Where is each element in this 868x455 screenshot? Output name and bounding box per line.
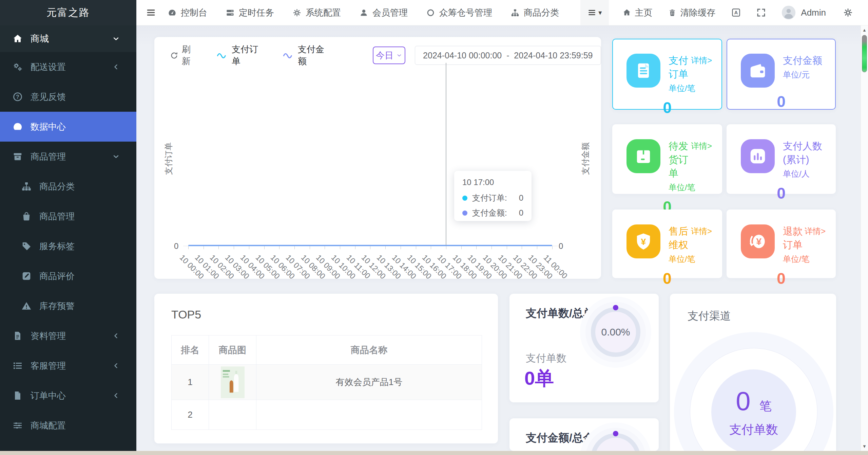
topnav-item-2[interactable]: 系统配置: [292, 7, 341, 19]
detail-link[interactable]: 详情>: [691, 139, 712, 151]
nav-menu-dropdown[interactable]: ▾: [580, 0, 609, 25]
sidebar-item-label: 资料管理: [31, 330, 66, 342]
topnav-item-5[interactable]: 商品分类: [510, 7, 559, 19]
sidebar-item-8[interactable]: 商品评价: [0, 261, 136, 291]
stat-card-3[interactable]: 支付人数(累计)单位/人0: [727, 124, 836, 194]
sidebar-item-label: 订单中心: [31, 390, 66, 402]
tooltip-row: 支付金额: 0: [462, 207, 523, 218]
detail-link[interactable]: 详情>: [805, 224, 826, 237]
user-menu[interactable]: Admin: [781, 5, 826, 20]
stat-value: 0: [727, 92, 835, 111]
stat-card-2[interactable]: 待发货订单详情>单位/笔0: [612, 124, 722, 194]
legend-item-1[interactable]: 支付金额: [282, 43, 333, 67]
archive-icon: [12, 151, 23, 162]
refresh-button[interactable]: 刷新: [170, 43, 199, 67]
sidebar-item-12[interactable]: 订单中心: [0, 381, 136, 411]
channel-donut[interactable]: 0 笔 支付单数: [711, 369, 796, 451]
pay-amount-ratio-card: 支付金额/总金额: [509, 418, 659, 451]
topnav-right: ▾ 主页 清除缓存 A Admin: [580, 0, 868, 25]
chart-crosshair: [446, 63, 446, 245]
top-navbar: 控制台定时任务系统配置会员管理众筹仓号管理商品分类 ▾ 主页 清除缓存 A Ad…: [136, 0, 868, 25]
sidebar-item-6[interactable]: 商品管理: [0, 201, 136, 231]
wave-icon: [215, 51, 228, 59]
tooltip-value: 0: [519, 193, 523, 203]
scroll-down-icon[interactable]: ▼: [861, 444, 868, 449]
channel-value: 0: [736, 386, 750, 417]
circle-icon: [426, 8, 435, 17]
ratio-label: 支付单数: [526, 351, 566, 365]
sidebar-item-1[interactable]: 配送设置: [0, 52, 136, 82]
chevron-down-icon: [112, 152, 120, 161]
home-icon: [622, 8, 631, 17]
home-link[interactable]: 主页: [622, 7, 652, 19]
sitemap-icon: [510, 8, 520, 17]
sidebar-item-11[interactable]: 客服管理: [0, 351, 136, 381]
scroll-up-icon[interactable]: ▲: [861, 28, 868, 33]
series-dot-icon: [462, 211, 467, 216]
topnav-item-label: 商品分类: [524, 7, 559, 19]
stat-card-4[interactable]: ¥售后维权详情>单位/笔0: [612, 210, 722, 278]
sidebar-toggle-icon[interactable]: [146, 7, 156, 18]
stat-card-5[interactable]: ¥退款订单详情>单位/笔0: [727, 210, 836, 278]
topnav-item-3[interactable]: 会员管理: [359, 7, 408, 19]
pay-orders-ratio-card: 支付单数/总单数 0.00% 支付单数 0单: [509, 294, 659, 402]
sidebar-menu: 商城配送设置?意见反馈数据中心商品管理商品分类商品管理服务标签商品评价库存预警资…: [0, 25, 136, 440]
detail-link[interactable]: 详情>: [691, 54, 712, 66]
table-row[interactable]: 2: [172, 400, 482, 430]
chevron-left-icon: [112, 63, 120, 71]
refresh-label: 刷新: [182, 43, 199, 67]
sidebar-item-3[interactable]: 数据中心: [0, 112, 136, 142]
brand-logo[interactable]: 元富之路: [0, 0, 136, 25]
date-range-select[interactable]: 今日: [373, 47, 405, 64]
table-row[interactable]: 1有效会员产品1号: [172, 365, 482, 400]
settings-gear-icon[interactable]: [843, 7, 853, 18]
topnav-item-1[interactable]: 定时任务: [226, 7, 274, 19]
sidebar-item-7[interactable]: 服务标签: [0, 231, 136, 261]
sidebar-item-4[interactable]: 商品管理: [0, 142, 136, 171]
y-tick-right: 0: [559, 241, 563, 251]
sidebar-item-9[interactable]: 库存预警: [0, 291, 136, 321]
brand-text: 元富之路: [46, 6, 90, 20]
gauge-percent: 0.00%: [601, 326, 630, 338]
chart-legend: 支付订单支付金额: [215, 43, 333, 67]
sitemap-icon: [21, 181, 32, 192]
clear-cache-link[interactable]: 清除缓存: [668, 7, 715, 19]
channel-unit: 笔: [759, 398, 772, 415]
stat-title: 支付订单: [669, 54, 691, 81]
stat-unit: 单位/笔: [669, 83, 712, 94]
sidebar-item-2[interactable]: ?意见反馈: [0, 82, 136, 112]
stat-unit: 单位/元: [783, 69, 826, 80]
stat-title: 支付人数(累计): [783, 139, 826, 166]
legend-label: 支付订单: [232, 43, 267, 67]
chart-plot-area[interactable]: 支付订单 支付金额 0 0 10 00:0010 01:0010 02:0010…: [154, 66, 601, 279]
parcel-icon: [626, 139, 660, 173]
payment-channel-card: 支付渠道 0 笔 支付单数: [670, 294, 836, 451]
vertical-scrollbar[interactable]: ▲ ▼: [861, 25, 868, 451]
edit-icon: [21, 271, 32, 281]
stat-title: 支付金额: [783, 54, 822, 67]
sidebar-item-label: 商品管理: [31, 151, 66, 163]
vertical-scrollbar-thumb[interactable]: [862, 35, 867, 72]
topnav-item-4[interactable]: 众筹仓号管理: [426, 7, 492, 19]
stat-card-1[interactable]: 支付金额单位/元0: [727, 39, 836, 110]
fullscreen-icon[interactable]: [756, 7, 766, 18]
topnav-item-label: 定时任务: [239, 7, 274, 19]
detail-link[interactable]: 详情>: [691, 224, 712, 237]
stat-card-0[interactable]: 支付订单详情>单位/笔0: [612, 39, 722, 110]
sidebar-item-label: 配送设置: [31, 61, 66, 73]
legend-item-0[interactable]: 支付订单: [215, 43, 267, 67]
caret-down-icon: ▾: [598, 8, 602, 17]
date-range-input[interactable]: 2024-04-10 00:00:00 - 2024-04-10 23:59:5…: [415, 46, 601, 65]
sidebar-item-10[interactable]: 资料管理: [0, 321, 136, 351]
topnav-item-0[interactable]: 控制台: [168, 7, 207, 19]
username: Admin: [801, 7, 826, 18]
stat-unit: 单位/笔: [669, 182, 712, 193]
sidebar-item-0[interactable]: 商城: [0, 25, 136, 52]
sidebar-item-5[interactable]: 商品分类: [0, 171, 136, 201]
translate-icon[interactable]: A: [731, 7, 741, 18]
sidebar-item-label: 商品评价: [39, 270, 75, 282]
sidebar-item-13[interactable]: 商城配置: [0, 411, 136, 440]
stat-value: 0: [727, 184, 835, 202]
chevron-left-icon: [112, 392, 120, 400]
sidebar-item-label: 客服管理: [31, 360, 66, 372]
